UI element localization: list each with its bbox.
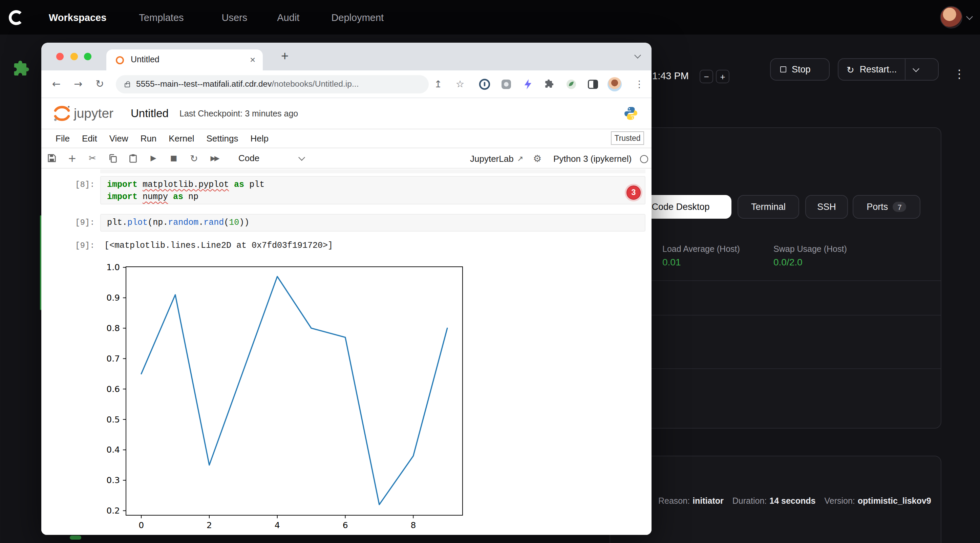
extension-icon[interactable] [501,79,512,90]
jupyter-toolbar: + ✂ ▶ ■ ↻ ▶▶ Code JupyterLab ↗ ⚙ [41,148,652,168]
duration-value: 14 seconds [769,496,815,506]
share-icon[interactable]: ↥ [434,70,442,98]
new-tab-button[interactable]: + [281,45,288,66]
menu-file[interactable]: File [49,133,76,143]
build-duration: Duration:14 seconds [732,496,816,506]
zoom-out-button[interactable]: − [700,70,713,83]
cell-type-dropdown[interactable]: Code [239,153,310,163]
add-cell-icon[interactable]: + [66,152,78,164]
svg-text:2: 2 [207,520,212,530]
nav-item-audit[interactable]: Audit [277,12,299,23]
terminal-button[interactable]: Terminal [738,195,799,219]
browser-tab-strip: Untitled × + [41,43,652,70]
url-text: 5555--main--test--matifali.atif.cdr.dev/… [136,75,359,94]
svg-text:0.9: 0.9 [106,293,120,303]
browser-tab[interactable]: Untitled × [106,49,263,70]
trusted-button[interactable]: Trusted [611,131,644,145]
cell9-editor[interactable]: plt.plot(np.random.rand(10)) [100,214,646,231]
panel-divider [610,368,941,369]
notebook-area: [8]: import matplotlib.pyplot as plt imp… [41,169,652,535]
chrome-profile-avatar[interactable] [608,77,622,91]
jupyter-wordmark: jupyter [74,98,113,129]
code-desktop-label: Code Desktop [652,202,710,212]
paren: ( [148,218,153,227]
notebook-title[interactable]: Untitled [131,98,169,129]
duration-label: Duration: [732,496,767,506]
restart-main-segment[interactable]: ↻ Restart... [838,64,905,75]
window-minimize-button[interactable] [70,53,78,60]
paren: ( [224,218,229,227]
run-cell-icon[interactable]: ▶ [148,154,159,162]
menu-help[interactable]: Help [244,133,275,143]
window-zoom-button[interactable] [84,53,91,60]
restart-run-all-icon[interactable]: ▶▶ [208,154,220,162]
nav-item-workspaces[interactable]: Workspaces [49,12,106,23]
zoom-in-button[interactable]: + [716,70,729,83]
copy-cells-icon[interactable] [107,153,119,163]
ssh-button[interactable]: SSH [805,195,848,219]
external-link-icon: ↗ [517,154,523,163]
var: plt [107,218,122,227]
svg-text:1.0: 1.0 [106,262,120,272]
nav-item-templates[interactable]: Templates [139,12,183,23]
bolt-icon[interactable] [522,79,534,90]
paste-cells-icon[interactable] [127,153,139,163]
clipped-cell-remnant [100,169,646,173]
nav-item-users[interactable]: Users [222,12,248,23]
svg-text:6: 6 [343,520,348,530]
forward-icon[interactable]: → [74,70,82,98]
bookmark-star-icon[interactable]: ☆ [456,70,464,98]
menu-edit[interactable]: Edit [76,133,103,143]
url-path: /notebooks/Untitled.ip... [272,79,359,89]
var: np [153,218,163,227]
output9-prompt: [9]: [75,241,95,251]
load-average-label: Load Average (Host) [662,245,740,254]
save-icon[interactable] [46,153,57,163]
lock-icon [125,83,130,87]
cell8-editor[interactable]: import matplotlib.pyplot as plt import n… [100,176,646,205]
swap-usage-label: Swap Usage (Host) [773,245,847,254]
svg-text:0.7: 0.7 [106,354,120,364]
ports-label: Ports [867,202,888,212]
kernel-name[interactable]: Python 3 (ipykernel) [553,148,632,169]
menu-kernel[interactable]: Kernel [162,133,200,143]
ports-button[interactable]: Ports 7 [853,195,920,219]
leaf-icon[interactable] [565,79,577,90]
nav-item-deployment[interactable]: Deployment [331,12,384,23]
reload-icon[interactable]: ↻ [95,70,104,98]
swap-usage-value: 0.0/2.0 [773,257,803,267]
split-tab-icon[interactable] [587,79,599,90]
interrupt-kernel-icon[interactable]: ■ [168,154,180,162]
svg-text:0.5: 0.5 [106,415,120,424]
onepassword-icon[interactable] [479,79,490,90]
avatar-chevron-down-icon[interactable] [966,13,973,20]
menu-run[interactable]: Run [134,133,163,143]
restart-label: Restart... [860,64,897,75]
address-bar[interactable]: 5555--main--test--matifali.atif.cdr.dev/… [116,75,429,94]
stop-workspace-button[interactable]: Stop [770,58,830,81]
tab-search-chevron-icon[interactable] [634,52,641,59]
window-close-button[interactable] [56,53,64,60]
workspace-main-panel [609,127,942,429]
menu-settings[interactable]: Settings [200,133,245,143]
user-avatar[interactable] [940,6,963,29]
extensions-puzzle-icon[interactable] [544,79,555,90]
panel-divider [610,280,941,281]
settings-gear-icon[interactable]: ⚙ [533,148,541,169]
tab-close-icon[interactable]: × [250,49,255,70]
coder-logo[interactable] [8,8,25,26]
svg-text:0.4: 0.4 [106,445,120,455]
build-version: Version:optimistic_liskov9 [824,496,931,506]
line-chart: 024680.20.30.40.50.60.70.80.91.0 [102,259,471,535]
jupyter-menubar: File Edit View Run Kernel Settings Help [41,129,652,148]
back-icon[interactable]: ← [52,70,60,98]
restart-kernel-icon[interactable]: ↻ [188,153,200,164]
open-jupyterlab-link[interactable]: JupyterLab ↗ [470,148,523,169]
restart-workspace-split-button[interactable]: ↻ Restart... [838,58,939,81]
restart-dropdown-segment[interactable] [905,59,926,80]
browser-menu-kebab[interactable]: ⋮ [635,70,644,98]
code-line: import numpy as np [107,191,639,203]
cut-cells-icon[interactable]: ✂ [87,153,98,163]
workspace-menu-kebab[interactable]: ⋮ [954,67,965,81]
menu-view[interactable]: View [103,133,134,143]
